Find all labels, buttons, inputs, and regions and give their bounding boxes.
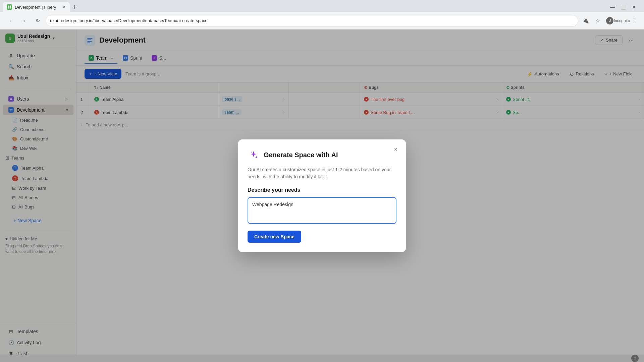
close-window-button[interactable]: ✕ <box>629 2 639 12</box>
modal-ai-icon <box>248 149 260 161</box>
generate-space-modal: × Generate Space with AI Our AI creates … <box>238 139 406 252</box>
menu-button[interactable]: ⋮ <box>629 16 639 25</box>
modal-title-text: Generate Space with AI <box>264 151 338 159</box>
modal-overlay[interactable]: × Generate Space with AI Our AI creates … <box>0 29 644 362</box>
extensions-icon[interactable]: 🔌 <box>581 16 590 25</box>
modal-header: Generate Space with AI <box>248 149 396 161</box>
modal-close-button[interactable]: × <box>391 145 400 154</box>
restore-button[interactable]: ⬜ <box>619 2 628 12</box>
modal-section-title: Describe your needs <box>248 187 396 193</box>
reload-button[interactable]: ↻ <box>32 15 43 26</box>
back-button[interactable]: ‹ <box>5 15 16 26</box>
address-bar[interactable]: uxui-redesign.fibery.io/fibery/space/Dev… <box>46 15 578 26</box>
needs-textarea[interactable]: Webpage Redesign <box>248 197 396 224</box>
svg-rect-1 <box>10 6 11 7</box>
tab-title-text: Development | Fibery <box>15 5 60 10</box>
modal-description-text: Our AI creates a customized space in jus… <box>248 166 396 180</box>
tab-controls: — ⬜ ✕ <box>608 2 644 12</box>
browser-chrome: Development | Fibery × + — ⬜ ✕ ‹ › ↻ uxu… <box>0 0 644 29</box>
browser-toolbar-actions: 🔌 ☆ U Incognito ⋮ <box>581 16 639 25</box>
profile-icon[interactable]: U <box>605 16 614 25</box>
tab-favicon <box>7 4 12 10</box>
browser-toolbar: ‹ › ↻ uxui-redesign.fibery.io/fibery/spa… <box>0 12 644 29</box>
browser-tabs: Development | Fibery × + — ⬜ ✕ <box>0 0 644 12</box>
active-tab[interactable]: Development | Fibery × <box>3 2 70 12</box>
forward-button[interactable]: › <box>19 15 30 26</box>
bookmark-icon[interactable]: ☆ <box>593 16 602 25</box>
create-space-button[interactable]: Create new Space <box>248 231 301 243</box>
close-tab-button[interactable]: × <box>63 4 66 10</box>
minimize-button[interactable]: — <box>608 2 617 12</box>
svg-rect-3 <box>10 7 11 9</box>
svg-rect-0 <box>8 6 9 7</box>
svg-rect-2 <box>8 7 9 9</box>
new-tab-button[interactable]: + <box>70 2 79 12</box>
incognito-label: Incognito <box>617 16 627 25</box>
